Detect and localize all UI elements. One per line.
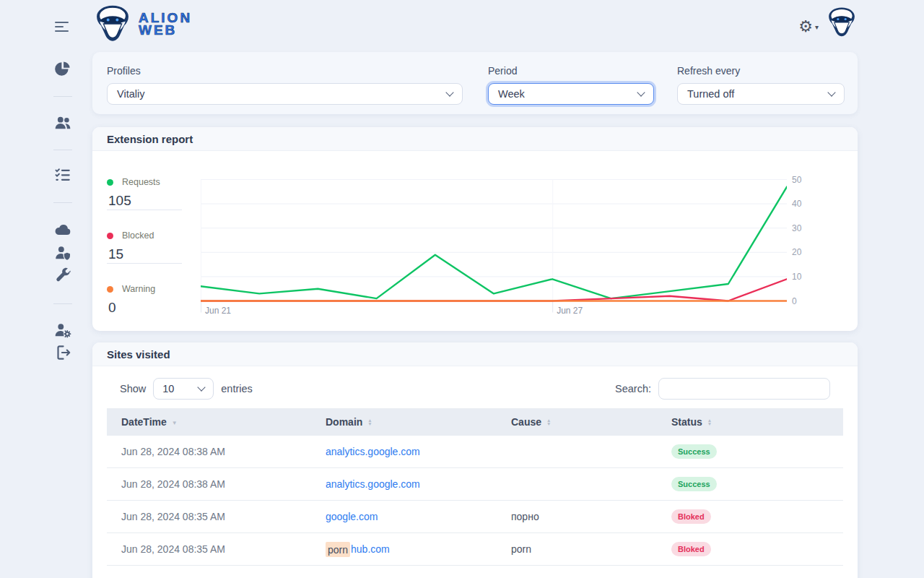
- task-list-icon: [53, 166, 72, 185]
- stat-value: 0: [108, 300, 155, 316]
- stat-value: 105: [108, 193, 160, 209]
- cell-datetime: Jun 28, 2024 08:35 AM: [107, 543, 326, 555]
- domain-link[interactable]: analytics.google.com: [326, 446, 420, 457]
- search-input[interactable]: [658, 378, 830, 400]
- sidebar-item-logout[interactable]: [53, 343, 72, 362]
- status-badge: Success: [671, 477, 717, 491]
- search-label: Search:: [615, 383, 651, 394]
- column-header-datetime[interactable]: DateTime ▼: [107, 416, 326, 428]
- gear-icon: ⚙: [798, 19, 813, 35]
- cell-domain: analytics.google.com: [326, 478, 511, 490]
- sort-icon: ▲▼: [367, 418, 372, 426]
- cell-domain: pornhub.com: [326, 543, 511, 555]
- report-title: Extension report: [107, 133, 193, 145]
- warning-dot-icon: [107, 286, 113, 293]
- cell-domain: google.com: [326, 511, 511, 522]
- app-logo[interactable]: ALION WEB: [92, 4, 192, 43]
- period-select[interactable]: Week: [488, 83, 654, 105]
- y-tick-label: 0: [792, 296, 797, 306]
- sidebar-item-dashboard[interactable]: [53, 60, 72, 79]
- users-icon: [53, 113, 72, 132]
- stat-requests: Requests 105: [107, 177, 160, 209]
- stat-value: 15: [108, 246, 154, 262]
- sidebar-item-cloud[interactable]: [53, 220, 72, 239]
- table-header: DateTime ▼ Domain ▲▼ Cause ▲▼ Status ▲▼: [107, 408, 843, 436]
- stat-label: Blocked: [122, 230, 154, 241]
- sidebar-divider: [53, 150, 72, 150]
- domain-link[interactable]: analytics.google.com: [326, 478, 420, 490]
- sidebar-item-profiles[interactable]: [53, 113, 72, 132]
- column-header-domain[interactable]: Domain ▲▼: [326, 416, 511, 428]
- sign-out-icon: [53, 343, 72, 362]
- report-card-header: Extension report: [92, 127, 858, 151]
- sidebar-divider: [53, 96, 72, 97]
- cloud-icon: [53, 220, 72, 239]
- cell-status: Success: [671, 444, 843, 459]
- profiles-select-value: Vitaliy: [117, 88, 144, 100]
- table-row: Jun 28, 2024 08:35 AMpornhub.compornBlok…: [107, 533, 843, 566]
- sidebar-item-rules[interactable]: [53, 166, 72, 185]
- sort-icon: ▲▼: [546, 418, 551, 426]
- entries-select[interactable]: 10: [153, 378, 214, 400]
- y-tick-label: 30: [792, 223, 801, 233]
- refresh-select[interactable]: Turned off: [677, 83, 845, 105]
- table-controls: Show 10 entries Search:: [107, 378, 843, 400]
- stat-label: Warning: [122, 284, 155, 294]
- show-entries-group: Show 10 entries: [120, 378, 253, 400]
- sort-desc-icon: ▼: [172, 420, 178, 426]
- sidebar-item-protection[interactable]: [53, 243, 72, 262]
- avatar[interactable]: [826, 6, 858, 39]
- user-shield-icon: [53, 243, 72, 262]
- y-tick-label: 10: [792, 272, 801, 282]
- chevron-down-icon: [445, 88, 453, 96]
- requests-dot-icon: [107, 179, 113, 186]
- menu-toggle-icon[interactable]: [55, 22, 69, 33]
- cell-status: Bloked: [671, 542, 843, 556]
- mascot-logo-icon: [92, 4, 133, 43]
- y-tick-label: 20: [792, 247, 801, 257]
- sidebar-item-account-settings[interactable]: [53, 321, 72, 340]
- domain-link[interactable]: google.com: [326, 511, 378, 522]
- entries-select-value: 10: [162, 383, 174, 394]
- domain-highlight: porn: [326, 542, 350, 557]
- cell-domain: analytics.google.com: [326, 446, 511, 457]
- table-body: Jun 28, 2024 08:38 AManalytics.google.co…: [107, 436, 843, 566]
- period-label: Period: [488, 65, 517, 77]
- domain-link[interactable]: hub.com: [351, 543, 390, 555]
- wrench-icon: [53, 267, 72, 285]
- table-row: Jun 28, 2024 08:38 AManalytics.google.co…: [107, 436, 843, 468]
- stat-blocked: Blocked 15: [107, 230, 154, 262]
- table-row: Jun 28, 2024 08:38 AManalytics.google.co…: [107, 468, 843, 501]
- period-select-value: Week: [498, 88, 525, 100]
- status-badge: Success: [671, 444, 717, 459]
- stat-divider: [107, 210, 182, 210]
- sites-visited-card: Sites visited Show 10 entries Search: Da…: [92, 342, 858, 578]
- search-group: Search:: [615, 378, 830, 400]
- cell-cause: порно: [511, 511, 671, 522]
- blocked-dot-icon: [107, 233, 113, 239]
- pie-chart-icon: [53, 60, 72, 79]
- column-header-status[interactable]: Status ▲▼: [671, 416, 843, 428]
- refresh-select-value: Turned off: [687, 88, 734, 100]
- cell-datetime: Jun 28, 2024 08:38 AM: [107, 446, 326, 457]
- y-tick-label: 40: [792, 199, 801, 209]
- sidebar-item-tools[interactable]: [53, 267, 72, 285]
- sidebar-divider: [53, 303, 72, 304]
- profiles-select[interactable]: Vitaliy: [107, 83, 463, 105]
- column-header-cause[interactable]: Cause ▲▼: [511, 416, 671, 428]
- sort-icon: ▲▼: [707, 418, 712, 426]
- caret-down-icon: ▾: [815, 23, 819, 31]
- cell-datetime: Jun 28, 2024 08:38 AM: [107, 478, 326, 490]
- sites-card-header: Sites visited: [92, 342, 858, 366]
- stat-divider: [107, 263, 182, 264]
- cell-datetime: Jun 28, 2024 08:35 AM: [107, 511, 326, 522]
- entries-label: entries: [221, 383, 253, 394]
- settings-menu-button[interactable]: ⚙ ▾: [798, 19, 819, 35]
- sidebar-divider: [53, 202, 72, 203]
- status-badge: Bloked: [671, 509, 711, 524]
- chevron-down-icon: [827, 88, 835, 96]
- user-gear-icon: [53, 321, 72, 340]
- logo-line2: WEB: [139, 24, 192, 36]
- y-tick-label: 50: [792, 175, 801, 185]
- profiles-label: Profiles: [107, 65, 141, 77]
